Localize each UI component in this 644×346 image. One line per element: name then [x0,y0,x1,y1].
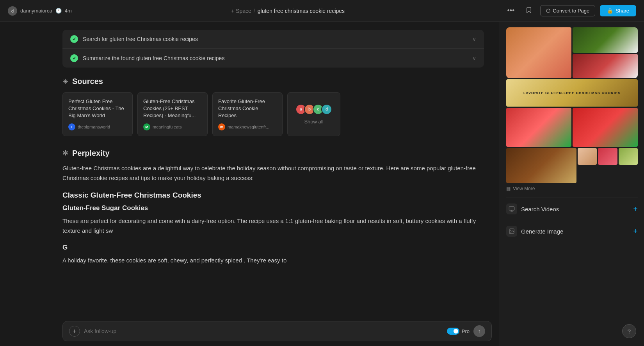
search-videos-row[interactable]: Search Videos + [506,198,638,220]
convert-icon: ⬡ [546,8,550,14]
image-gen-icon [506,226,517,237]
main-layout: Search for gluten free Christmas cookie … [0,22,644,346]
perplexity-header: ✼ Perplexity [62,149,484,158]
source-cards: Perfect Gluten Free Christmas Cookies - … [62,92,484,136]
sources-title: Sources [72,77,103,86]
cookie-image-7b[interactable] [598,148,617,165]
generate-image-row[interactable]: Generate Image + [506,220,638,242]
source-card-1[interactable]: Perfect Gluten Free Christmas Cookies - … [62,92,133,136]
bookmark-button[interactable] [522,5,535,17]
left-panel: Search for gluten free Christmas cookie … [0,22,500,346]
help-button[interactable]: ? [622,324,636,338]
time-ago: 4m [65,8,72,14]
cookie-banner-image[interactable]: FAVORITE GLUTEN-FREE CHRISTMAS COOKIES [506,79,638,107]
search-videos-plus-icon: + [633,205,638,214]
generate-image-plus-icon: + [633,227,638,236]
source-card-author-2: M meaningfuleats [143,123,202,130]
image-grid-top [506,27,638,78]
cookie-image-7c[interactable] [619,148,638,165]
header-actions: ••• ⬡ Convert to Page 🔒 Share [504,5,636,17]
header: d dannymaiorca 🕐 4m + Space / gluten fre… [0,0,644,22]
intro-text: Gluten-free Christmas cookies are a deli… [62,163,484,183]
svg-point-2 [511,230,511,231]
view-more-label: View More [513,186,535,191]
stacked-avatar-4: d [321,104,332,115]
heading-gingerbread: G [62,244,484,251]
source-card-title-3: Favorite Gluten-Free Christmas Cookie Re… [218,98,277,119]
cookie-image-7a[interactable] [578,148,597,165]
breadcrumb: + Space / gluten free christmas cookie r… [72,8,504,14]
generate-image-label: Generate Image [521,228,633,235]
cookie-image-3[interactable] [573,54,638,78]
send-button[interactable]: ↑ [473,325,485,337]
source-author-name-1: thebigmansworld [78,125,110,129]
sources-icon: ✳ [62,77,68,86]
right-panel: FAVORITE GLUTEN-FREE CHRISTMAS COOKIES ▦… [500,22,644,346]
toggle-switch [447,328,459,335]
image-grid-icon: ▦ [506,186,511,191]
source-author-name-3: mamaknowsglutenfr... [228,125,269,129]
svg-rect-0 [509,207,514,210]
stacked-avatars: a b c d [295,104,332,115]
view-more-button[interactable]: ▦ View More [506,184,638,193]
lock-icon: 🔒 [607,8,613,14]
more-button[interactable]: ••• [504,5,518,16]
source-card-title-1: Perfect Gluten Free Christmas Cookies - … [68,98,127,119]
task-steps: Search for gluten free Christmas cookie … [62,30,484,68]
image-grid-middle [506,108,638,147]
gingerbread-text: A holiday favorite, these cookies are so… [62,255,484,266]
source-card-author-1: T thebigmansworld [68,123,127,130]
image-grid-bottom [506,148,638,183]
heading-classic: Classic Gluten-Free Christmas Cookies [62,191,484,200]
sources-header: ✳ Sources [62,77,484,86]
add-follow-up-button[interactable]: + [69,326,80,337]
task-step-2[interactable]: Summarize the found gluten free Christma… [62,49,484,68]
cookie-image-5[interactable] [573,108,638,147]
source-card-2[interactable]: Gluten-Free Christmas Cookies (25+ BEST … [137,92,208,136]
source-avatar-2: M [143,123,150,130]
share-label: Share [616,8,629,14]
convert-to-page-button[interactable]: ⬡ Convert to Page [540,5,595,16]
pro-toggle[interactable]: Pro [447,328,470,335]
cookie-image-2[interactable] [573,27,638,53]
chevron-down-icon-1: ∨ [472,36,476,42]
share-button[interactable]: 🔒 Share [600,5,636,16]
space-link[interactable]: + Space [231,8,251,14]
source-avatar-3: m [218,123,225,130]
cookie-image-1[interactable] [506,27,571,78]
pro-label: Pro [462,328,470,334]
follow-up-bar: + Pro ↑ [62,321,492,341]
header-left: d dannymaiorca 🕐 4m [8,6,72,16]
step-check-2 [70,54,78,62]
show-all-label: Show all [304,119,323,125]
clock-icon: 🕐 [55,8,62,14]
cookie-image-6[interactable] [506,148,576,183]
page-title: gluten free christmas cookie recipes [258,8,345,14]
task-step-1[interactable]: Search for gluten free Christmas cookie … [62,30,484,49]
convert-label: Convert to Page [553,8,589,14]
source-card-author-3: m mamaknowsglutenfr... [218,123,277,130]
banner-text: FAVORITE GLUTEN-FREE CHRISTMAS COOKIES [522,89,622,96]
username: dannymaiorca [20,8,52,14]
step-text-2: Summarize the found gluten free Christma… [83,55,472,61]
source-card-3[interactable]: Favorite Gluten-Free Christmas Cookie Re… [212,92,283,136]
step-check-1 [70,35,78,43]
sugar-text: These are perfect for decorating and com… [62,216,484,236]
heading-sugar: Gluten-Free Sugar Cookies [62,204,484,212]
step-text-1: Search for gluten free Christmas cookie … [83,36,472,42]
source-avatar-1: T [68,123,75,130]
source-card-title-2: Gluten-Free Christmas Cookies (25+ BEST … [143,98,202,119]
cookie-image-4[interactable] [506,108,571,147]
show-all-card[interactable]: a b c d Show all [287,92,340,136]
chevron-down-icon-2: ∨ [472,55,476,61]
source-author-name-2: meaningfuleats [153,125,182,129]
search-videos-label: Search Videos [521,206,633,212]
breadcrumb-sep: / [254,8,255,14]
avatar: d [8,6,17,16]
follow-up-input[interactable] [84,328,443,334]
perplexity-icon: ✼ [62,149,68,157]
video-icon [506,203,517,214]
perplexity-title: Perplexity [72,149,110,158]
